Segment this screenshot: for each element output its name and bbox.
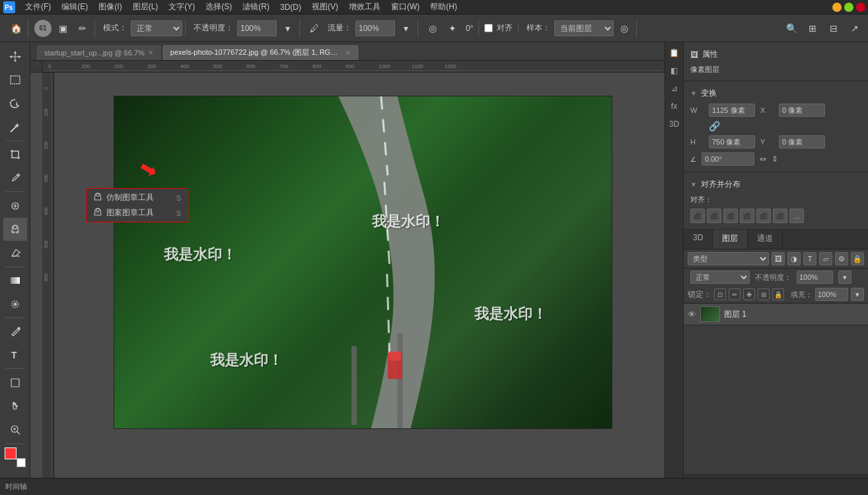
lock-all[interactable]: 🔒 <box>772 288 784 300</box>
brush-preset-button[interactable]: 61 <box>34 19 52 38</box>
search-button[interactable]: 🔍 <box>782 19 801 38</box>
blend-mode-select[interactable]: 正常 溶解 <box>690 271 750 284</box>
angle-input[interactable] <box>702 152 754 166</box>
opacity-input[interactable] <box>237 20 277 36</box>
tab-0[interactable]: startup_start_up...jpg @ 66.7% × <box>36 44 162 60</box>
flip-h-btn[interactable]: ⇔ <box>760 154 766 164</box>
tool-lasso[interactable] <box>3 92 27 115</box>
w-input[interactable] <box>709 104 755 117</box>
tool-eyedropper[interactable] <box>3 167 27 190</box>
sample-btn[interactable]: ◎ <box>615 19 633 38</box>
layer-item-1[interactable]: 👁 图层 1 <box>684 304 868 325</box>
workspace-button[interactable]: ⊞ <box>803 19 822 38</box>
align-bottom-btn[interactable]: ⬛ <box>773 209 787 223</box>
maximize-button[interactable] <box>844 3 853 12</box>
ri-adjust-btn[interactable]: ⊿ <box>667 81 682 96</box>
filter-adjust-btn[interactable]: ◑ <box>787 252 801 265</box>
ri-properties-btn[interactable]: 📋 <box>667 45 682 61</box>
align-center-h-btn[interactable]: ⬛ <box>707 209 721 223</box>
menu-plugins[interactable]: 增效工具 <box>344 0 386 14</box>
tool-popup-pattern-stamp[interactable]: 图案图章工具 S <box>88 205 186 220</box>
menu-3d[interactable]: 3D(D) <box>275 1 307 13</box>
align-right-btn[interactable]: ⬛ <box>723 209 738 223</box>
filter-lock-btn[interactable]: 🔒 <box>851 252 864 265</box>
opacity-toggle[interactable]: ▾ <box>278 19 297 38</box>
y-input[interactable] <box>779 135 825 148</box>
tool-type[interactable]: T <box>3 344 27 367</box>
opacity-dropdown[interactable]: ▾ <box>838 271 851 284</box>
mode-select[interactable]: 正常 溶解 正片叠底 <box>131 20 182 36</box>
lock-artboard[interactable]: ⊞ <box>758 288 770 300</box>
filter-shape-btn[interactable]: ▱ <box>819 252 832 265</box>
flow-input[interactable] <box>355 20 395 36</box>
share-button[interactable]: ↗ <box>846 19 864 38</box>
menu-help[interactable]: 帮助(H) <box>425 0 462 14</box>
tool-spot-heal[interactable] <box>3 194 27 217</box>
align-center-v-btn[interactable]: ⬛ <box>756 209 771 223</box>
tool-eraser[interactable] <box>3 242 27 265</box>
minimize-button[interactable] <box>832 3 842 12</box>
flow-toggle[interactable]: ▾ <box>396 19 415 38</box>
fill-dropdown[interactable]: ▾ <box>851 288 864 301</box>
more-btn[interactable]: … <box>789 209 804 223</box>
chain-button[interactable]: 🔗 <box>709 121 720 131</box>
menu-image[interactable]: 图像(I) <box>93 0 127 14</box>
tool-hand[interactable] <box>3 395 27 418</box>
lock-move[interactable]: ✚ <box>743 288 755 300</box>
align-top-btn[interactable]: ⬛ <box>740 209 754 223</box>
tab-0-close[interactable]: × <box>149 49 153 57</box>
ri-style-btn[interactable]: fx <box>667 98 682 114</box>
filter-smart-btn[interactable]: ⚙ <box>835 252 848 265</box>
menu-file[interactable]: 文件(F) <box>20 0 56 14</box>
layer-eye-icon[interactable]: 👁 <box>688 310 696 319</box>
airbrush-button[interactable]: ◎ <box>423 19 442 38</box>
sample-select[interactable]: 当前图层 所有图层 当前和下方 <box>554 20 614 36</box>
align-collapse[interactable]: ▼ <box>690 181 697 188</box>
tool-pen[interactable] <box>3 320 27 343</box>
tab-1[interactable]: pexels-photo-10776722.jpg @ 66.7% (图层 1,… <box>162 44 359 60</box>
brush-edit-button[interactable]: ✏ <box>73 19 92 38</box>
fill-input[interactable] <box>815 288 848 301</box>
tool-clone-stamp[interactable] <box>3 218 27 241</box>
tool-gradient[interactable] <box>3 269 27 292</box>
tool-crop[interactable] <box>3 143 27 166</box>
tool-blur[interactable] <box>3 292 27 315</box>
menu-window[interactable]: 窗口(W) <box>386 0 425 14</box>
brush-mode-button[interactable]: ▣ <box>54 19 72 38</box>
close-button[interactable] <box>856 3 865 12</box>
tool-shape[interactable] <box>3 371 27 394</box>
flip-v-btn[interactable]: ⇕ <box>772 154 778 164</box>
menu-select[interactable]: 选择(S) <box>200 0 237 14</box>
filter-text-btn[interactable]: T <box>803 252 816 265</box>
tab-1-close[interactable]: × <box>346 49 351 57</box>
filter-pixel-btn[interactable]: 🖼 <box>772 252 785 265</box>
menu-filter[interactable]: 滤镜(R) <box>237 0 275 14</box>
h-input[interactable] <box>709 135 755 148</box>
smoothing-button[interactable]: ✦ <box>443 19 462 38</box>
tool-magic-wand[interactable] <box>3 116 27 139</box>
menu-edit[interactable]: 编辑(E) <box>56 0 93 14</box>
transform-collapse[interactable]: ▼ <box>690 90 697 97</box>
lock-brush[interactable]: ✏ <box>729 288 741 300</box>
lock-checkerboard[interactable]: ⊡ <box>714 288 726 300</box>
tool-popup-clone-stamp[interactable]: 仿制图章工具 S <box>88 190 186 205</box>
tool-select-rect[interactable] <box>3 69 27 92</box>
tab-layers[interactable]: 图层 <box>713 230 748 249</box>
tool-zoom[interactable] <box>3 418 27 442</box>
align-checkbox[interactable] <box>484 24 493 32</box>
tab-channels[interactable]: 通道 <box>748 230 783 249</box>
arrange-button[interactable]: ⊟ <box>824 19 843 38</box>
pressure-opacity-button[interactable]: 🖊 <box>305 19 324 38</box>
x-input[interactable] <box>779 104 825 117</box>
align-left-btn[interactable]: ⬛ <box>690 209 705 223</box>
tab-3d[interactable]: 3D <box>684 230 713 249</box>
layers-opacity-input[interactable] <box>797 271 833 284</box>
home-button[interactable]: 🏠 <box>7 19 25 38</box>
ri-layers-btn[interactable]: ◧ <box>667 63 682 79</box>
tool-move[interactable] <box>3 45 27 68</box>
menu-text[interactable]: 文字(Y) <box>163 0 200 14</box>
tool-foreground-color[interactable] <box>3 446 27 469</box>
menu-layer[interactable]: 图层(L) <box>127 0 164 14</box>
layers-filter-select[interactable]: 类型 <box>688 252 769 265</box>
menu-view[interactable]: 视图(V) <box>307 0 344 14</box>
